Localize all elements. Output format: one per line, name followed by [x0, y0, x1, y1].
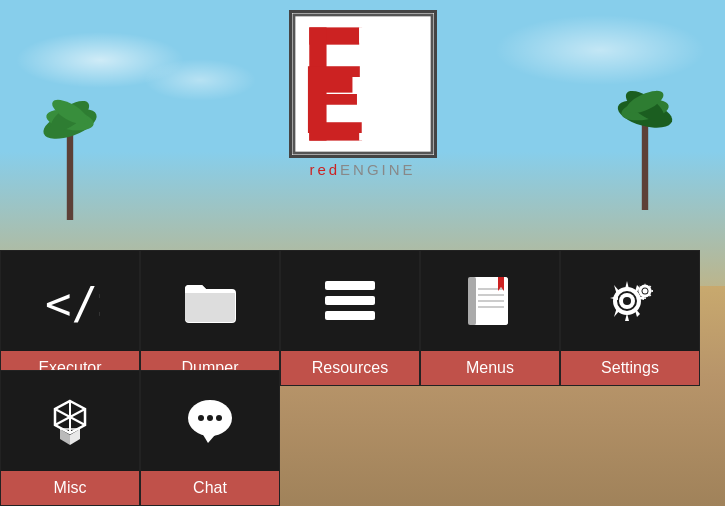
svg-point-51	[216, 415, 222, 421]
folder-icon	[180, 271, 240, 331]
chat-bubble-icon	[180, 391, 240, 451]
gear-icon	[600, 271, 660, 331]
misc-label: Misc	[1, 471, 139, 505]
svg-point-49	[198, 415, 204, 421]
menu-item-dumper[interactable]: Dumper	[140, 250, 280, 386]
menu-item-chat[interactable]: Chat	[140, 370, 280, 506]
book-icon	[460, 271, 520, 331]
svg-point-50	[207, 415, 213, 421]
menus-icon-area	[421, 251, 559, 351]
svg-rect-5	[642, 114, 648, 210]
logo-box: R E	[289, 10, 437, 158]
svg-text:</>: </>	[45, 278, 100, 329]
menu-item-settings[interactable]: Settings	[560, 250, 700, 386]
list-icon	[320, 271, 380, 331]
chat-label: Chat	[141, 471, 279, 505]
svg-rect-25	[325, 296, 375, 305]
svg-rect-29	[468, 277, 476, 325]
menu-row2: Misc Chat	[0, 370, 280, 506]
logo-container: R E redENGINE	[289, 10, 437, 178]
svg-rect-26	[325, 311, 375, 320]
svg-point-39	[643, 289, 648, 294]
dumper-icon-area	[141, 251, 279, 351]
logo-svg: R E	[289, 13, 437, 155]
svg-text:R: R	[361, 36, 430, 143]
palm-tree-left	[30, 60, 110, 220]
executor-icon-area: </>	[1, 251, 139, 351]
settings-icon-area	[561, 251, 699, 351]
logo-text: redENGINE	[309, 161, 415, 178]
palm-tree-right	[605, 50, 685, 210]
logo-text-red: red	[309, 161, 340, 178]
menu-row1: </> Executor Dumper Resources	[0, 250, 700, 386]
svg-rect-24	[325, 281, 375, 290]
svg-point-36	[623, 297, 631, 305]
logo-text-black: ENGINE	[340, 161, 416, 178]
menu-item-misc[interactable]: Misc	[0, 370, 140, 506]
boxes-icon	[40, 391, 100, 451]
chat-icon-area	[141, 371, 279, 471]
svg-rect-0	[67, 124, 73, 220]
menu-item-executor[interactable]: </> Executor	[0, 250, 140, 386]
resources-icon-area	[281, 251, 419, 351]
code-icon: </>	[40, 271, 100, 331]
menus-label: Menus	[421, 351, 559, 385]
misc-icon-area	[1, 371, 139, 471]
svg-text:E: E	[301, 46, 365, 153]
menu-item-menus[interactable]: Menus	[420, 250, 560, 386]
menu-item-resources[interactable]: Resources	[280, 250, 420, 386]
resources-label: Resources	[281, 351, 419, 385]
settings-label: Settings	[561, 351, 699, 385]
